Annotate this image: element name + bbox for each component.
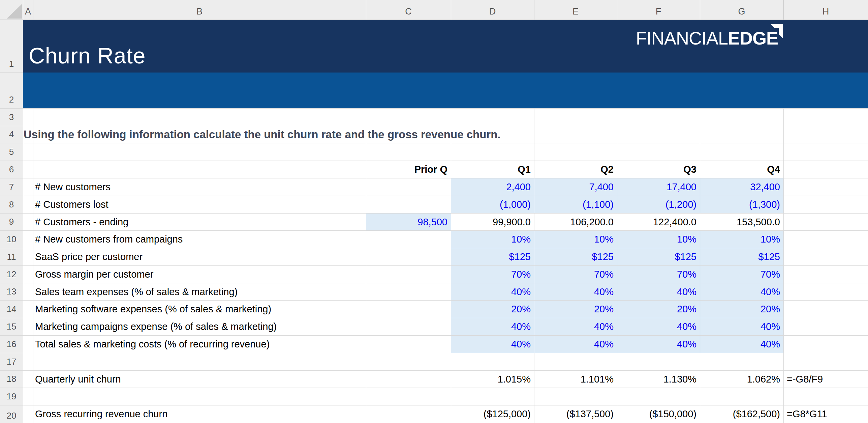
cell-H18-formula[interactable]: =-G8/F9 — [783, 370, 868, 388]
cell-G7[interactable]: 32,400 — [700, 178, 783, 196]
cell-G16[interactable]: 40% — [700, 335, 783, 353]
cell-G13[interactable]: 40% — [700, 283, 783, 301]
row-header-4[interactable]: 4 — [0, 126, 23, 143]
cell-G6[interactable]: Q4 — [700, 161, 783, 178]
cell-E12[interactable]: 70% — [534, 265, 617, 283]
cell-H20-formula[interactable]: =G8*G11 — [783, 405, 868, 423]
cell-G11[interactable]: $125 — [700, 248, 783, 265]
cell-E9[interactable]: 106,200.0 — [534, 213, 617, 231]
cell-B15[interactable]: Marketing campaigns expense (% of sales … — [35, 318, 365, 335]
cell-B11[interactable]: SaaS price per customer — [35, 248, 365, 265]
cell-E16[interactable]: 40% — [534, 335, 617, 353]
column-header-G[interactable]: G — [700, 0, 783, 20]
cell-F9[interactable]: 122,400.0 — [617, 213, 700, 231]
cell-F12[interactable]: 70% — [617, 265, 700, 283]
cell-C9[interactable]: 98,500 — [366, 213, 451, 231]
cell-F18[interactable]: 1.130% — [617, 370, 700, 388]
row-header-16[interactable]: 16 — [0, 335, 23, 353]
cell-G15[interactable]: 40% — [700, 318, 783, 335]
row-header-5[interactable]: 5 — [0, 143, 23, 161]
cell-G10[interactable]: 10% — [700, 230, 783, 248]
cell-F6[interactable]: Q3 — [617, 161, 700, 178]
cell-E6[interactable]: Q2 — [534, 161, 617, 178]
cell-F15[interactable]: 40% — [617, 318, 700, 335]
cell-D6[interactable]: Q1 — [451, 161, 534, 178]
cell-G20[interactable]: ($162,500) — [700, 405, 783, 423]
cell-B16[interactable]: Total sales & marketing costs (% of recu… — [35, 335, 365, 353]
row-header-7[interactable]: 7 — [0, 178, 23, 196]
column-header-E[interactable]: E — [534, 0, 617, 20]
row-header-8[interactable]: 8 — [0, 196, 23, 213]
row-header-10[interactable]: 10 — [0, 230, 23, 248]
cell-E11[interactable]: $125 — [534, 248, 617, 265]
cell-G12[interactable]: 70% — [700, 265, 783, 283]
column-header-F[interactable]: F — [617, 0, 700, 20]
select-all-button[interactable] — [0, 0, 23, 20]
column-header-B[interactable]: B — [33, 0, 366, 20]
row-header-17[interactable]: 17 — [0, 353, 23, 370]
cell-D16[interactable]: 40% — [451, 335, 534, 353]
cell-E13[interactable]: 40% — [534, 283, 617, 301]
cell-B13[interactable]: Sales team expenses (% of sales & market… — [35, 283, 365, 301]
page-title[interactable]: Churn Rate — [29, 20, 146, 73]
cell-B14[interactable]: Marketing software expenses (% of sales … — [35, 300, 365, 318]
instruction-text[interactable]: Using the following information calculat… — [24, 126, 501, 143]
cell-F10[interactable]: 10% — [617, 230, 700, 248]
cell-B7[interactable]: # New customers — [35, 178, 365, 196]
row-header-3[interactable]: 3 — [0, 108, 23, 126]
cell-F14[interactable]: 20% — [617, 300, 700, 318]
cell-E14[interactable]: 20% — [534, 300, 617, 318]
cell-F7[interactable]: 17,400 — [617, 178, 700, 196]
cell-F11[interactable]: $125 — [617, 248, 700, 265]
cell-G14[interactable]: 20% — [700, 300, 783, 318]
cell-E8[interactable]: (1,100) — [534, 196, 617, 213]
row-header-19[interactable]: 19 — [0, 388, 23, 405]
cell-E20[interactable]: ($137,500) — [534, 405, 617, 423]
row-header-11[interactable]: 11 — [0, 248, 23, 265]
cell-E7[interactable]: 7,400 — [534, 178, 617, 196]
row-header-14[interactable]: 14 — [0, 300, 23, 318]
row-header-1[interactable]: 1 — [0, 20, 23, 73]
cell-G18[interactable]: 1.062% — [700, 370, 783, 388]
cell-G9[interactable]: 153,500.0 — [700, 213, 783, 231]
column-header-C[interactable]: C — [366, 0, 451, 20]
row-header-18[interactable]: 18 — [0, 370, 23, 388]
cell-E15[interactable]: 40% — [534, 318, 617, 335]
cell-D7[interactable]: 2,400 — [451, 178, 534, 196]
cell-F13[interactable]: 40% — [617, 283, 700, 301]
cell-D12[interactable]: 70% — [451, 265, 534, 283]
cell-F16[interactable]: 40% — [617, 335, 700, 353]
cell-F20[interactable]: ($150,000) — [617, 405, 700, 423]
cell-D18[interactable]: 1.015% — [451, 370, 534, 388]
column-header-D[interactable]: D — [451, 0, 534, 20]
row-header-20[interactable]: 20 — [0, 405, 23, 423]
cell-B8[interactable]: # Customers lost — [35, 196, 365, 213]
row-header-2[interactable]: 2 — [0, 73, 23, 108]
cell-D9[interactable]: 99,900.0 — [451, 213, 534, 231]
row-header-9[interactable]: 9 — [0, 213, 23, 230]
cell-B20[interactable]: Gross recurring revenue churn — [35, 405, 365, 423]
cell-B18[interactable]: Quarterly unit churn — [35, 370, 365, 388]
column-header-A[interactable]: A — [23, 0, 33, 20]
cell-D20[interactable]: ($125,000) — [451, 405, 534, 423]
cell-D8[interactable]: (1,000) — [451, 196, 534, 213]
cell-D13[interactable]: 40% — [451, 283, 534, 301]
row-header-15[interactable]: 15 — [0, 318, 23, 335]
row-header-13[interactable]: 13 — [0, 283, 23, 300]
cell-C6[interactable]: Prior Q — [366, 161, 451, 178]
cell-B9[interactable]: # Customers - ending — [35, 213, 365, 231]
cell-D14[interactable]: 20% — [451, 300, 534, 318]
cell-F8[interactable]: (1,200) — [617, 196, 700, 213]
cell-B12[interactable]: Gross margin per customer — [35, 265, 365, 283]
cell-G8[interactable]: (1,300) — [700, 196, 783, 213]
logo-arrow-icon — [767, 24, 783, 38]
row-header-12[interactable]: 12 — [0, 265, 23, 283]
row-header-6[interactable]: 6 — [0, 161, 23, 178]
cell-D15[interactable]: 40% — [451, 318, 534, 335]
cell-B10[interactable]: # New customers from campaigns — [35, 230, 365, 248]
column-header-H[interactable]: H — [783, 0, 868, 20]
cell-D11[interactable]: $125 — [451, 248, 534, 265]
cell-E10[interactable]: 10% — [534, 230, 617, 248]
cell-E18[interactable]: 1.101% — [534, 370, 617, 388]
cell-D10[interactable]: 10% — [451, 230, 534, 248]
